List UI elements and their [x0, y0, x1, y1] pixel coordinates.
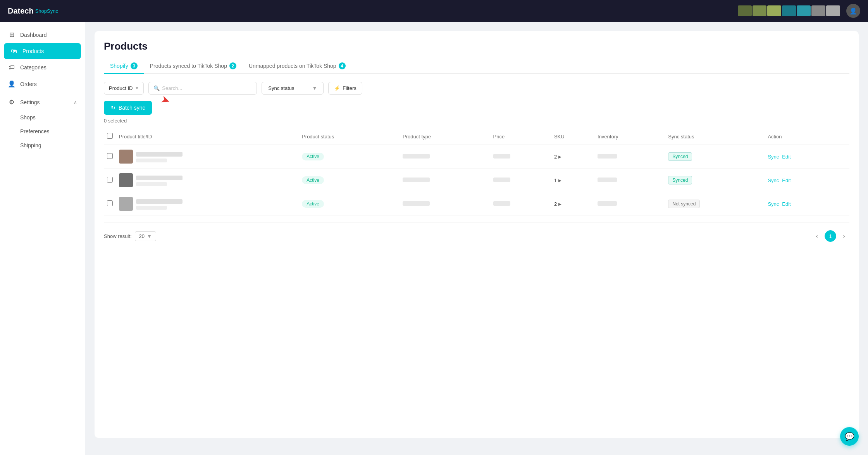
- sku-expand-icon[interactable]: ▶: [558, 155, 561, 159]
- show-result-chevron-icon: ▼: [147, 233, 152, 239]
- product-id-placeholder: [136, 182, 167, 186]
- sidebar: ⊞ Dashboard 🛍 Products 🏷 Categories 👤 Or…: [0, 22, 85, 455]
- inventory-placeholder: [598, 178, 617, 182]
- product-type-placeholder: [403, 154, 430, 159]
- select-all-checkbox[interactable]: [107, 133, 113, 139]
- color-block-block7: [826, 5, 840, 16]
- brand-name: Datech: [8, 7, 34, 16]
- next-page-button[interactable]: ›: [839, 231, 849, 241]
- sync-status-badge: Not synced: [668, 200, 700, 208]
- sync-action-link[interactable]: Sync: [768, 154, 779, 160]
- filters-button[interactable]: ⚡ Filters: [328, 82, 362, 95]
- sidebar-item-categories[interactable]: 🏷 Categories: [0, 59, 85, 76]
- sync-icon: ↻: [111, 105, 115, 111]
- sku-cell: 2▶: [554, 154, 591, 160]
- col-action: Action: [765, 128, 849, 145]
- sku-expand-icon[interactable]: ▶: [558, 202, 561, 206]
- batch-sync-button[interactable]: ↻ Batch sync: [104, 101, 152, 115]
- sync-status-filter[interactable]: Sync status ▼: [262, 82, 324, 95]
- sidebar-item-dashboard[interactable]: ⊞ Dashboard: [0, 26, 85, 43]
- color-block-block2: [753, 5, 766, 16]
- batch-row: ↻ Batch sync ➤: [104, 101, 849, 115]
- user-avatar[interactable]: 👤: [846, 4, 860, 18]
- inventory-placeholder: [598, 201, 617, 206]
- page-1-button[interactable]: 1: [825, 230, 836, 242]
- product-thumbnail: [119, 150, 133, 164]
- product-type-placeholder: [403, 201, 430, 206]
- col-status: Product status: [299, 128, 400, 145]
- edit-action-link[interactable]: Edit: [782, 201, 790, 207]
- color-block-block4: [782, 5, 796, 16]
- product-id-placeholder: [136, 159, 167, 162]
- table-footer: Show result: 20 ▼ ‹ 1 ›: [104, 222, 849, 242]
- settings-icon: ⚙: [8, 98, 16, 106]
- color-block-block5: [797, 5, 811, 16]
- table-row: Active2▶Not syncedSyncEdit: [104, 192, 849, 216]
- product-name-placeholder: [136, 199, 183, 204]
- categories-icon: 🏷: [8, 64, 16, 71]
- settings-section: ⚙ Settings ∧ Shops Preferences Shipping: [0, 94, 85, 152]
- sync-action-link[interactable]: Sync: [768, 201, 779, 207]
- filter-icon: ⚡: [334, 85, 340, 91]
- edit-action-link[interactable]: Edit: [782, 154, 790, 160]
- settings-label: Settings: [20, 99, 40, 105]
- tab-synced[interactable]: Products synced to TikTok Shop 2: [144, 59, 243, 73]
- sub-brand-name: ShopSync: [35, 8, 58, 14]
- sku-value: 2: [554, 201, 557, 207]
- product-type-placeholder: [403, 178, 430, 182]
- edit-action-link[interactable]: Edit: [782, 178, 790, 183]
- sync-status-badge: Synced: [668, 176, 692, 184]
- col-sync-status: Sync status: [665, 128, 765, 145]
- row-checkbox-1[interactable]: [107, 177, 113, 183]
- orders-icon: 👤: [8, 80, 16, 88]
- product-price-placeholder: [493, 154, 510, 159]
- col-price: Price: [490, 128, 551, 145]
- products-table: Product title/ID Product status Product …: [104, 128, 849, 216]
- products-icon: 🛍: [10, 48, 18, 55]
- color-block-block1: [738, 5, 752, 16]
- tab-badge-unmapped: 4: [339, 62, 346, 69]
- product-status-badge: Active: [302, 153, 324, 160]
- tab-unmapped[interactable]: Unmapped products on TikTok Shop 4: [243, 59, 352, 73]
- sidebar-item-preferences[interactable]: Preferences: [0, 124, 85, 138]
- search-icon: 🔍: [153, 85, 160, 91]
- sidebar-item-shipping[interactable]: Shipping: [0, 138, 85, 152]
- sidebar-item-orders[interactable]: 👤 Orders: [0, 76, 85, 92]
- filters-row: Product ID ▼ 🔍 Search... Sync status ▼ ⚡…: [104, 82, 849, 95]
- content-card: Products Shopify 3 Products synced to Ti…: [95, 31, 859, 438]
- chat-icon: 💬: [845, 432, 854, 441]
- product-name-placeholder: [136, 176, 183, 180]
- product-id-chevron-icon: ▼: [135, 86, 139, 90]
- row-checkbox-0[interactable]: [107, 153, 113, 159]
- product-status-badge: Active: [302, 176, 324, 184]
- row-checkbox-2[interactable]: [107, 200, 113, 206]
- search-box[interactable]: 🔍 Search...: [148, 82, 257, 95]
- selected-count: 0 selected: [104, 118, 849, 124]
- settings-chevron-icon: ∧: [74, 100, 77, 105]
- product-name-block: [119, 150, 296, 164]
- arrow-container: ↻ Batch sync ➤: [104, 101, 152, 115]
- settings-header[interactable]: ⚙ Settings ∧: [0, 94, 85, 110]
- product-name-placeholder: [136, 152, 183, 157]
- table-header-row: Product title/ID Product status Product …: [104, 128, 849, 145]
- sidebar-item-products[interactable]: 🛍 Products: [4, 43, 81, 59]
- main-layout: ⊞ Dashboard 🛍 Products 🏷 Categories 👤 Or…: [0, 22, 868, 455]
- col-inventory: Inventory: [594, 128, 665, 145]
- sync-action-link[interactable]: Sync: [768, 178, 779, 183]
- table-row: Active2▶SyncedSyncEdit: [104, 145, 849, 169]
- sku-expand-icon[interactable]: ▶: [558, 178, 561, 183]
- sidebar-item-shops[interactable]: Shops: [0, 110, 85, 124]
- color-blocks: [738, 5, 840, 16]
- page-title: Products: [104, 40, 849, 52]
- product-id-filter[interactable]: Product ID ▼: [104, 82, 144, 95]
- inventory-placeholder: [598, 154, 617, 159]
- chat-widget[interactable]: 💬: [840, 427, 859, 446]
- prev-page-button[interactable]: ‹: [811, 231, 822, 241]
- tab-badge-shopify: 3: [131, 62, 138, 69]
- show-result-select[interactable]: 20 ▼: [135, 231, 156, 241]
- sku-cell: 1▶: [554, 178, 591, 183]
- sidebar-item-label: Categories: [20, 64, 46, 71]
- col-type: Product type: [400, 128, 490, 145]
- tab-shopify[interactable]: Shopify 3: [104, 59, 144, 74]
- product-status-badge: Active: [302, 200, 324, 208]
